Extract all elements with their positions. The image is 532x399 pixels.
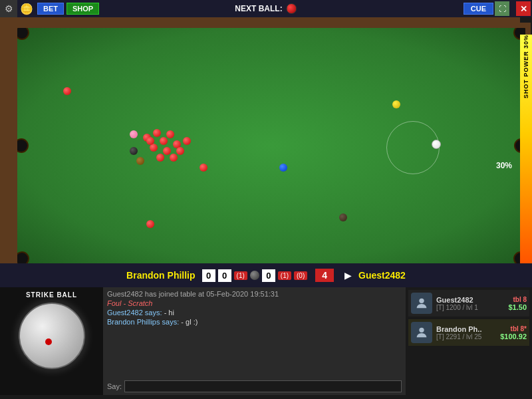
player-right-1: tbl 8* $100.92 [500, 325, 527, 340]
chat-line-2: Guest2482 says: - hi [107, 309, 402, 317]
players-panel: Guest2482 [T] 1200 / lvl 1 tbl 8 $1.50 B… [406, 287, 532, 395]
coins-icon: 🪙 [20, 3, 33, 15]
coins-area: 🪙 [20, 3, 33, 15]
chat-text-0: - hi [164, 309, 174, 317]
red-ball-12 [183, 137, 191, 145]
chat-line-0: Guest2482 has joined table at 05-Feb-202… [107, 290, 402, 298]
player-row-0: Guest2482 [T] 1200 / lvl 1 tbl 8 $1.50 [408, 290, 529, 317]
top-bar: ⚙ 🪙 BET SHOP NEXT BALL: CUE ⛶ ✕ [0, 0, 532, 17]
score-ball-indicator [250, 271, 259, 280]
pool-table[interactable]: 30% [12, 23, 531, 269]
player-name-1: Brandon Ph.. [436, 325, 500, 333]
strike-panel: STRIKE BALL [0, 287, 103, 395]
score-bar: Brandon Phillip 0 0 (1) 0 (1) (0) 4 ▶ Gu… [0, 263, 532, 287]
avatar-1 [411, 322, 432, 343]
say-input[interactable] [124, 380, 402, 392]
next-ball-label: NEXT BALL: [235, 4, 282, 13]
player-info-1: Brandon Ph.. [T] 2291 / lvl 25 [436, 325, 500, 340]
red-ball-13 [63, 87, 71, 95]
player-money-1: $100.92 [500, 332, 527, 340]
red-ball-9 [170, 154, 178, 162]
settings-icon[interactable]: ⚙ [0, 0, 17, 17]
close-button[interactable]: ✕ [516, 1, 531, 16]
cue-ball [432, 140, 441, 149]
table-wrapper: 30% SHOT POWER 30% [0, 17, 532, 263]
red-ball-7 [163, 147, 171, 155]
say-label: Say: [107, 382, 122, 390]
tbl-badge-1: tbl 8* [500, 325, 527, 332]
blue-ball [279, 164, 287, 172]
score2-box: 0 [262, 269, 275, 282]
strike-ball-label: STRIKE BALL [26, 291, 77, 299]
chat-line-3: Brandon Phillips says: - gl :) [107, 318, 402, 326]
chat-name-1: Brandon Phillips says: [107, 318, 179, 326]
dark-ball [339, 213, 347, 221]
bet-button[interactable]: BET [37, 3, 64, 15]
chat-name-0: Guest2482 says: [107, 309, 162, 317]
player-money-0: $1.50 [508, 303, 527, 311]
score2b-badge: (0) [294, 271, 307, 280]
player-stats-0: [T] 1200 / lvl 1 [436, 304, 508, 311]
player-stats-1: [T] 2291 / lvl 25 [436, 333, 500, 340]
frames-score: 4 [315, 269, 334, 282]
strike-ball-dot [45, 338, 52, 345]
pink-ball [130, 130, 138, 138]
svg-point-3 [419, 299, 424, 303]
player-name-0: Guest2482 [436, 296, 508, 304]
player-info-0: Guest2482 [T] 1200 / lvl 1 [436, 296, 508, 311]
score1b-box: 0 [218, 269, 231, 282]
player1-name: Brandon Phillip [126, 270, 195, 281]
pocket-mid-left [14, 138, 29, 153]
play-button[interactable]: ▶ [344, 270, 352, 281]
score1-badge: (1) [234, 271, 247, 280]
player-right-0: tbl 8 $1.50 [508, 296, 527, 311]
next-ball-icon [287, 3, 297, 14]
chat-messages: Guest2482 has joined table at 05-Feb-202… [107, 290, 402, 378]
red-ball-3 [160, 137, 168, 145]
cue-button[interactable]: CUE [464, 3, 493, 15]
chat-panel: Guest2482 has joined table at 05-Feb-202… [103, 287, 406, 395]
red-ball-10 [176, 147, 184, 155]
bottom-area: STRIKE BALL Guest2482 has joined table a… [0, 287, 532, 395]
shot-power-label: SHOT POWER 30% [523, 35, 529, 102]
brown-ball [136, 157, 144, 165]
table-felt [17, 28, 525, 263]
red-ball-11 [146, 137, 154, 145]
pocket-top-left [15, 25, 29, 40]
strike-ball-display [19, 303, 85, 369]
score-section: 0 0 (1) 0 (1) (0) 4 ▶ [202, 269, 352, 282]
say-input-area: Say: [107, 380, 402, 392]
yellow-ball [392, 100, 400, 108]
expand-button[interactable]: ⛶ [495, 1, 509, 16]
red-ball-5 [166, 130, 174, 138]
score1-box: 0 [202, 269, 215, 282]
shot-power-bar: SHOT POWER 30% [520, 35, 532, 281]
score2-badge: (1) [278, 271, 291, 280]
next-ball-area: NEXT BALL: [235, 3, 297, 14]
red-ball-14 [146, 220, 154, 228]
svg-point-4 [419, 328, 424, 332]
player-row-1: Brandon Ph.. [T] 2291 / lvl 25 tbl 8* $1… [408, 319, 529, 346]
avatar-0 [411, 293, 432, 314]
aim-circle [386, 121, 440, 174]
tbl-badge-0: tbl 8 [508, 296, 527, 303]
red-ball-15 [200, 164, 207, 172]
shop-button[interactable]: SHOP [66, 3, 99, 15]
black-ball [130, 147, 138, 155]
chat-line-1: Foul - Scratch [107, 299, 402, 307]
chat-text-1: - gl :) [181, 318, 198, 326]
power-percent-label: 30% [496, 161, 512, 170]
red-ball-8 [156, 154, 164, 162]
player2-name: Guest2482 [358, 270, 406, 281]
table-container: 30% [0, 17, 520, 263]
red-ball-2 [153, 129, 161, 137]
